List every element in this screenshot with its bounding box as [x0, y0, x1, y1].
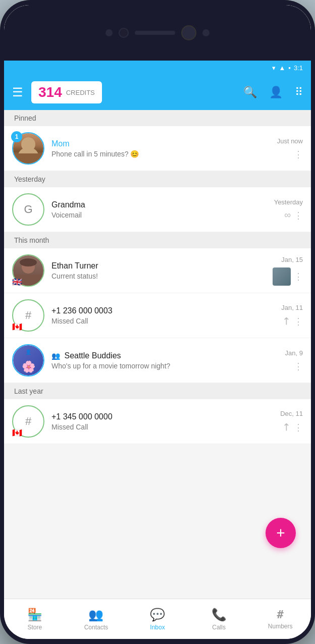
item-subtitle: Current status!: [51, 272, 266, 280]
dot-2: [119, 28, 129, 38]
nav-item-numbers[interactable]: # Numbers: [249, 599, 311, 639]
initial-letter: G: [24, 203, 32, 216]
avatar: # 🇨🇦: [12, 405, 44, 438]
item-right: Dec, 11 ↙ ⋮: [280, 410, 303, 434]
list-item[interactable]: # 🇨🇦 +1 236 000 0003 Missed Call Jan, 11…: [4, 293, 311, 338]
avatar: 🇬🇧: [12, 254, 44, 287]
section-this-month: This month: [4, 232, 311, 248]
item-time: Dec, 11: [280, 410, 303, 417]
nav-label-calls: Calls: [212, 624, 226, 631]
item-actions: ↙ ⋮: [282, 315, 303, 328]
item-time: Jan, 15: [281, 256, 303, 263]
missed-call-icon: ↙: [279, 420, 294, 435]
item-right: Jan, 9 ⋮: [285, 349, 303, 372]
list-item[interactable]: 👤 🌸 👥 Seattle Buddies Who's up for a mov…: [4, 338, 311, 383]
app-header: ☰ 314 CREDITS 🔍 👤 ⠿: [4, 75, 311, 110]
item-subtitle: Who's up for a movie tomorrow night?: [51, 362, 278, 370]
item-actions: ↙ ⋮: [282, 421, 303, 434]
item-actions: ∞ ⋮: [284, 210, 303, 221]
camera-area: [106, 25, 209, 40]
thumbnail-image: [273, 267, 291, 286]
voicemail-icon: ∞: [284, 210, 291, 221]
group-icon: 👥: [51, 352, 60, 360]
section-last-year: Last year: [4, 383, 311, 399]
item-name: +1 236 000 0003: [51, 306, 274, 315]
item-time: Jan, 9: [285, 349, 303, 357]
section-pinned: Pinned: [4, 110, 311, 126]
search-icon[interactable]: 🔍: [243, 86, 257, 99]
phone-top-bar: [4, 5, 311, 61]
nav-item-inbox[interactable]: 💬 Inbox: [127, 599, 188, 639]
item-right: Just now ⋮: [277, 137, 303, 160]
phone-inner: ▾ ▲ ▪ 3:1 ☰ 314 CREDITS 🔍 👤 ⠿ Pinned: [4, 5, 311, 639]
dot-1: [106, 29, 113, 36]
item-actions: ⋮: [273, 267, 303, 286]
flag-icon: 🇨🇦: [12, 322, 22, 332]
avatar: 👤 🌸: [12, 344, 44, 377]
credits-label: CREDITS: [66, 89, 95, 96]
nav-item-contacts[interactable]: 👥 Contacts: [66, 599, 127, 639]
inbox-icon: 💬: [150, 608, 165, 622]
item-main: Mom Phone call in 5 minutes? 😊: [51, 139, 270, 158]
item-subtitle: Phone call in 5 minutes? 😊: [51, 150, 270, 158]
item-right: Jan, 11 ↙ ⋮: [281, 304, 303, 328]
avatar: G: [12, 193, 44, 226]
hash-icon: #: [25, 415, 31, 428]
avatar: 1: [12, 132, 44, 165]
nav-label-store: Store: [27, 624, 42, 631]
list-item[interactable]: 🇬🇧 Ethan Turner Current status! Jan, 15 …: [4, 248, 311, 293]
item-name: Mom: [51, 139, 270, 148]
bottom-nav: 🏪 Store 👥 Contacts 💬 Inbox 📞 Calls # Num…: [4, 599, 311, 639]
credits-number: 314: [38, 84, 62, 100]
more-options-icon[interactable]: ⋮: [294, 316, 303, 327]
numbers-icon: #: [277, 608, 284, 621]
content-area: Pinned 1 Mom Phone call in 5 minutes? 😊: [4, 110, 311, 599]
item-main: Ethan Turner Current status!: [51, 261, 266, 280]
credits-badge[interactable]: 314 CREDITS: [31, 81, 102, 103]
item-subtitle: Missed Call: [51, 317, 274, 325]
battery-icon: ▪: [288, 64, 291, 72]
flag-icon: 🇬🇧: [12, 277, 22, 287]
list-item[interactable]: G Grandma Voicemail Yesterday ∞ ⋮: [4, 187, 311, 232]
item-time: Jan, 11: [281, 304, 303, 311]
nav-label-inbox: Inbox: [150, 624, 165, 631]
item-main: 👥 Seattle Buddies Who's up for a movie t…: [51, 351, 278, 370]
time-display: 3:1: [294, 64, 303, 72]
section-yesterday: Yesterday: [4, 171, 311, 187]
more-options-icon[interactable]: ⋮: [294, 210, 303, 221]
list-item[interactable]: 1 Mom Phone call in 5 minutes? 😊 Just no…: [4, 126, 311, 171]
more-options-icon[interactable]: ⋮: [294, 361, 303, 372]
nav-label-contacts: Contacts: [84, 624, 108, 631]
hash-icon: #: [25, 309, 31, 322]
nav-item-store[interactable]: 🏪 Store: [4, 599, 66, 639]
avatar: # 🇨🇦: [12, 299, 44, 332]
nav-label-numbers: Numbers: [268, 623, 293, 630]
fab-button[interactable]: +: [266, 518, 296, 548]
keypad-icon[interactable]: ⠿: [295, 86, 303, 99]
missed-call-icon: ↙: [279, 314, 294, 329]
item-name: 👥 Seattle Buddies: [51, 351, 278, 360]
list-item[interactable]: # 🇨🇦 +1 345 000 0000 Missed Call Dec, 11…: [4, 399, 311, 444]
more-options-icon[interactable]: ⋮: [294, 422, 303, 433]
nav-item-calls[interactable]: 📞 Calls: [188, 599, 250, 639]
phone-frame: ▾ ▲ ▪ 3:1 ☰ 314 CREDITS 🔍 👤 ⠿ Pinned: [0, 0, 315, 644]
contacts-icon[interactable]: 👤: [269, 86, 283, 99]
wifi-icon: ▾: [272, 64, 276, 72]
more-options-icon[interactable]: ⋮: [294, 149, 303, 160]
dot-3: [202, 29, 209, 36]
contacts-icon: 👥: [88, 608, 103, 622]
speaker: [135, 31, 175, 35]
menu-button[interactable]: ☰: [12, 85, 23, 99]
item-name: +1 345 000 0000: [51, 412, 273, 421]
flag-icon: 🇨🇦: [12, 428, 22, 438]
badge: 1: [11, 131, 22, 142]
item-name: Ethan Turner: [51, 261, 266, 271]
item-subtitle: Missed Call: [51, 423, 273, 431]
item-main: Grandma Voicemail: [51, 200, 267, 219]
more-options-icon[interactable]: ⋮: [294, 271, 303, 282]
item-subtitle: Voicemail: [51, 211, 267, 219]
item-time: Just now: [277, 137, 303, 145]
status-bar: ▾ ▲ ▪ 3:1: [4, 61, 311, 75]
calls-icon: 📞: [212, 608, 227, 622]
item-main: +1 345 000 0000 Missed Call: [51, 412, 273, 431]
